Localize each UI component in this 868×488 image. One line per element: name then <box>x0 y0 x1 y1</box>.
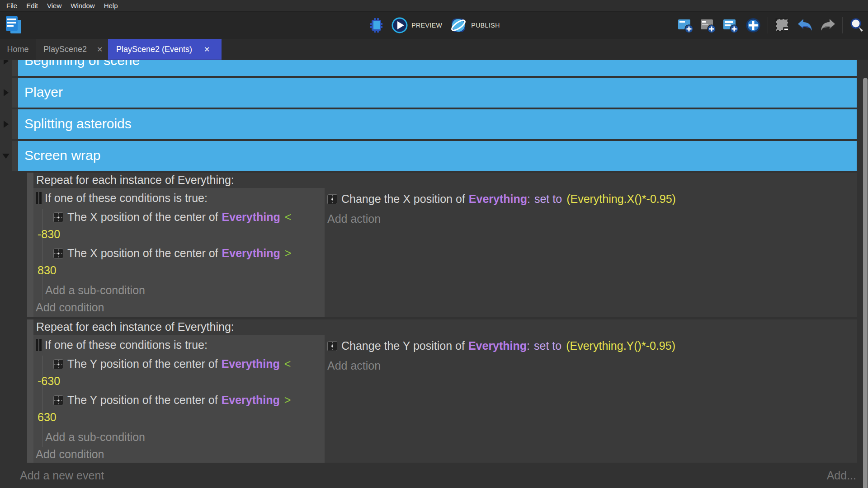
add-subevent-button[interactable] <box>700 17 716 33</box>
event-repeat-y[interactable]: Repeat for each instance of Everything: … <box>27 319 857 463</box>
debugger-icon[interactable] <box>368 17 384 33</box>
condition-value-row[interactable]: 630 <box>38 411 57 424</box>
events-sheet: Beginning of scene Player Splitting aste… <box>0 60 868 488</box>
action-verb: set to <box>534 192 562 206</box>
condition-row[interactable]: The Y position of the center of Everythi… <box>53 357 291 371</box>
choose-event-button[interactable] <box>745 17 761 33</box>
x-position-icon <box>53 249 63 258</box>
add-subcondition-link[interactable]: Add a sub-condition <box>45 431 145 444</box>
preview-button[interactable]: PREVIEW <box>392 17 442 33</box>
condition-row[interactable]: The Y position of the center of Everythi… <box>53 394 291 407</box>
expand-arrow-icon[interactable] <box>2 154 9 159</box>
x-position-icon <box>53 212 63 222</box>
publish-label: PUBLISH <box>471 22 500 29</box>
y-position-icon <box>327 341 337 351</box>
condition-value-row[interactable]: -830 <box>38 228 60 241</box>
add-action-link[interactable]: Add action <box>327 359 381 372</box>
close-icon[interactable]: ✕ <box>97 45 103 54</box>
drag-handle[interactable] <box>12 60 18 76</box>
object-name: Everything <box>222 357 280 371</box>
collapse-arrow-icon[interactable] <box>4 60 9 65</box>
condition-value-row[interactable]: 830 <box>38 264 57 277</box>
condition-value: -830 <box>38 228 60 241</box>
condition-row[interactable]: The X position of the center of Everythi… <box>53 211 291 224</box>
or-icon <box>36 339 42 351</box>
add-subcondition-link[interactable]: Add a sub-condition <box>45 284 145 297</box>
operator: < <box>285 211 292 224</box>
repeat-event-header[interactable]: Repeat for each instance of Everything: <box>36 174 234 187</box>
event-group-beginning-of-scene[interactable]: Beginning of scene <box>0 60 857 76</box>
menu-item-window[interactable]: Window <box>66 2 99 9</box>
add-comment-button[interactable] <box>722 17 739 33</box>
condition-text: The Y position of the center of <box>67 394 218 407</box>
condition-value-row[interactable]: -630 <box>38 375 60 388</box>
drag-handle[interactable] <box>27 173 33 317</box>
tab-bar: Home PlayScene2 ✕ PlayScene2 (Events) ✕ <box>0 39 868 60</box>
condition-text: The Y position of the center of <box>67 357 218 371</box>
y-position-icon <box>53 359 63 369</box>
group-title[interactable]: Screen wrap <box>18 141 857 171</box>
object-name: Everything <box>222 394 280 407</box>
event-group-beginning-of-scene-clip: Beginning of scene <box>0 60 857 76</box>
event-group-screen-wrap[interactable]: Screen wrap <box>0 141 857 171</box>
object-name: Everything <box>222 247 280 260</box>
add-button[interactable]: Add... <box>827 469 856 482</box>
remove-selection-button[interactable] <box>774 17 791 33</box>
object-name: Everything <box>468 339 527 352</box>
add-condition-link[interactable]: Add condition <box>36 448 104 461</box>
drag-handle[interactable] <box>27 319 33 463</box>
menu-item-help[interactable]: Help <box>99 2 123 9</box>
collapse-arrow-icon[interactable] <box>4 121 9 128</box>
group-title[interactable]: Splitting asteroids <box>18 109 857 139</box>
operator: < <box>284 357 291 371</box>
operator: > <box>285 247 292 260</box>
drag-handle[interactable] <box>12 78 18 108</box>
tab-playscene2-events[interactable]: PlayScene2 (Events) ✕ <box>108 39 222 60</box>
action-verb: set to <box>534 339 561 352</box>
x-position-icon <box>327 194 337 204</box>
menu-item-view[interactable]: View <box>42 2 66 9</box>
close-icon[interactable]: ✕ <box>204 45 210 54</box>
or-condition-label: If one of these conditions is true: <box>45 192 208 205</box>
action-row[interactable]: Change the X position of Everything : se… <box>327 192 676 206</box>
add-event-button[interactable] <box>677 17 693 33</box>
collapse-arrow-icon[interactable] <box>4 89 9 96</box>
condition-row[interactable]: The X position of the center of Everythi… <box>53 247 291 260</box>
condition-value: -630 <box>38 375 60 388</box>
add-new-event-link[interactable]: Add a new event <box>20 469 104 482</box>
publish-button[interactable]: PUBLISH <box>449 16 500 34</box>
or-condition-row[interactable]: If one of these conditions is true: <box>36 192 208 205</box>
add-action-link[interactable]: Add action <box>327 212 381 225</box>
drag-handle[interactable] <box>12 141 18 171</box>
action-text: Change the Y position of <box>341 339 465 352</box>
or-icon <box>36 192 42 204</box>
menu-item-edit[interactable]: Edit <box>22 2 42 9</box>
tab-home[interactable]: Home <box>0 39 36 60</box>
toolbar-right <box>677 12 865 39</box>
event-repeat-x[interactable]: Repeat for each instance of Everything: … <box>27 173 857 317</box>
group-title[interactable]: Player <box>18 78 857 108</box>
vertical-scrollbar[interactable] <box>863 78 868 488</box>
toolbar-separator <box>842 17 843 33</box>
conditions-panel: If one of these conditions is true: The … <box>33 335 325 463</box>
menu-item-file[interactable]: File <box>2 2 22 9</box>
drag-handle[interactable] <box>12 109 18 139</box>
event-body: Repeat for each instance of Everything: … <box>33 319 857 463</box>
main-toolbar: PREVIEW PUBLISH <box>0 12 868 39</box>
undo-button[interactable] <box>797 17 813 33</box>
event-group-splitting-asteroids[interactable]: Splitting asteroids <box>0 109 857 139</box>
or-condition-row[interactable]: If one of these conditions is true: <box>36 338 208 352</box>
search-button[interactable] <box>849 17 865 33</box>
object-name: Everything <box>222 211 280 224</box>
play-icon <box>392 17 408 33</box>
redo-button[interactable] <box>820 17 836 33</box>
action-row[interactable]: Change the Y position of Everything : se… <box>327 339 675 352</box>
action-expression: (Everything.Y()*-0.95) <box>566 339 675 352</box>
tab-playscene2[interactable]: PlayScene2 ✕ <box>36 39 108 60</box>
indent-guide <box>42 209 42 300</box>
action-text: Change the X position of <box>341 192 465 206</box>
group-title[interactable]: Beginning of scene <box>18 60 857 76</box>
event-group-player[interactable]: Player <box>0 78 857 108</box>
add-condition-link[interactable]: Add condition <box>36 301 104 314</box>
repeat-event-header[interactable]: Repeat for each instance of Everything: <box>36 320 234 333</box>
